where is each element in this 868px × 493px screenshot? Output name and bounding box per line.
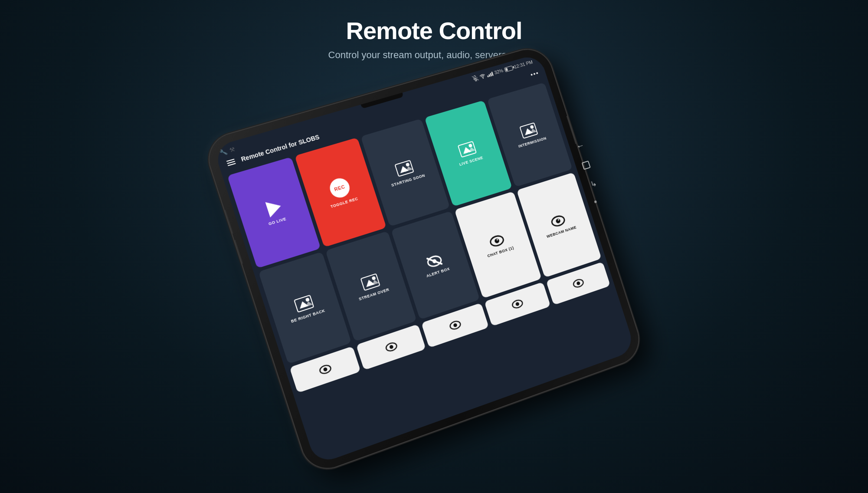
page-title: Remote Control (0, 17, 868, 44)
eye-icon-partial5 (570, 277, 586, 290)
be-right-back-label: BE RIGHT BACK (290, 308, 325, 324)
mountain-icon-live-scene (457, 140, 477, 158)
play-icon (265, 198, 283, 217)
svg-point-19 (305, 297, 310, 302)
svg-point-31 (555, 218, 560, 223)
page-header: Remote Control Control your stream outpu… (0, 17, 868, 61)
battery-icon (504, 66, 513, 72)
eye-icon-webcam (549, 213, 567, 229)
battery-percent: 32% (493, 68, 504, 75)
volume-off-icon (472, 75, 479, 82)
page-subtitle: Control your stream output, audio, serve… (0, 49, 868, 61)
svg-point-7 (405, 162, 409, 167)
svg-point-15 (530, 125, 534, 129)
wifi-icon (478, 72, 486, 80)
signal-bars (486, 71, 493, 77)
eye-slash-icon (425, 253, 444, 269)
go-live-label: GO LIVE (268, 217, 287, 227)
svg-point-23 (371, 276, 375, 280)
svg-point-3 (482, 78, 483, 78)
svg-point-28 (494, 238, 500, 243)
svg-line-2 (475, 81, 477, 81)
mountain-icon-be-right-back (293, 294, 314, 313)
svg-point-36 (389, 345, 393, 349)
mountain-icon-intermission (518, 122, 538, 140)
svg-point-11 (468, 143, 472, 148)
eye-icon-partial4 (510, 297, 525, 311)
webcam-name-label: WEBCAM NAME (546, 225, 576, 239)
mountain-icon-starting-soon (393, 159, 414, 177)
toggle-rec-label: TOGGLE REC (330, 196, 358, 209)
hamburger-menu[interactable] (226, 159, 236, 166)
svg-point-40 (515, 302, 520, 306)
rec-circle: REC (327, 176, 352, 200)
more-options-button[interactable] (531, 72, 538, 76)
eye-icon-partial2 (383, 340, 400, 354)
eye-icon-chat (487, 233, 506, 249)
svg-point-42 (576, 281, 580, 286)
mountain-icon-stream-over (359, 273, 380, 292)
svg-point-34 (323, 367, 328, 372)
eye-icon-partial1 (317, 362, 334, 376)
eye-icon-partial3 (447, 319, 463, 332)
starting-soon-label: STARTING SOON (390, 173, 425, 188)
svg-point-38 (453, 323, 458, 328)
